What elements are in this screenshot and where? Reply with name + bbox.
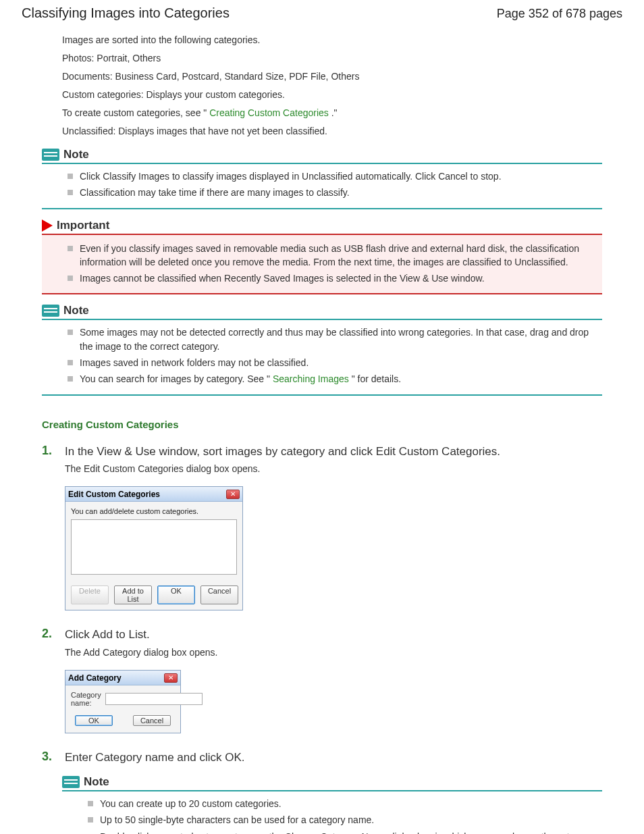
list-item: Double-click a created category to open …: [88, 830, 602, 834]
dialog-instruction: You can add/delete custom categories.: [71, 507, 237, 515]
list-item: Some images may not be detected correctl…: [68, 325, 602, 353]
page-header: Classifying Images into Categories Page …: [22, 5, 622, 21]
callout-header: Note: [42, 148, 602, 164]
step-text: Click Add to List.: [65, 627, 150, 643]
callout-title: Important: [57, 219, 109, 232]
step-1: 1. In the View & Use window, sort images…: [42, 444, 602, 615]
close-icon[interactable]: ✕: [226, 490, 240, 499]
cancel-button[interactable]: Cancel: [133, 715, 171, 726]
step-number: 2.: [42, 627, 57, 641]
step-text: Enter Category name and click OK.: [65, 750, 244, 766]
add-to-list-button[interactable]: Add to List: [114, 585, 152, 604]
cancel-button[interactable]: Cancel: [200, 585, 238, 604]
list-item: Even if you classify images saved in rem…: [68, 242, 602, 269]
dialog-title: Edit Custom Categories: [68, 490, 160, 499]
creating-custom-categories-link[interactable]: Creating Custom Categories: [209, 107, 329, 118]
step-2: 2. Click Add to List. The Add Category d…: [42, 627, 602, 737]
callout-title: Note: [63, 148, 89, 161]
step-subtext: The Edit Custom Categories dialog box op…: [65, 463, 602, 474]
step-number: 3.: [42, 750, 57, 764]
page-indicator: Page 352 of 678 pages: [497, 7, 622, 21]
dialog-title: Add Category: [68, 673, 122, 683]
category-list[interactable]: [71, 519, 237, 575]
flag-icon: [42, 219, 53, 232]
step-3: 3. Enter Category name and click OK.: [42, 750, 602, 766]
text-fragment: You can search for images by category. S…: [80, 373, 270, 384]
callout-list: Click Classify Images to classify images…: [42, 170, 602, 209]
list-item: Images cannot be classified when Recentl…: [68, 271, 602, 285]
note-callout: Note Some images may not be detected cor…: [42, 304, 602, 395]
intro-line: Custom categories: Displays your custom …: [62, 88, 622, 102]
list-item: You can create up to 20 custom categorie…: [88, 797, 602, 810]
intro-line: Documents: Business Card, Postcard, Stan…: [62, 70, 622, 84]
list-item: Classification may take time if there ar…: [68, 186, 602, 199]
add-category-dialog: Add Category ✕ Category name: OK Cancel: [65, 670, 181, 733]
page-title: Classifying Images into Categories: [22, 5, 230, 21]
list-item: Up to 50 single-byte characters can be u…: [88, 813, 602, 827]
dialog-titlebar: Add Category ✕: [65, 671, 180, 685]
text-fragment: " for details.: [352, 373, 401, 384]
step-number: 1.: [42, 444, 57, 458]
dialog-titlebar: Edit Custom Categories ✕: [65, 487, 242, 502]
searching-images-link[interactable]: Searching Images: [273, 373, 349, 384]
intro-block: Images are sorted into the following cat…: [62, 33, 622, 138]
text-fragment: To create custom categories, see ": [62, 107, 207, 118]
intro-line: Photos: Portrait, Others: [62, 51, 622, 66]
step-text: In the View & Use window, sort images by…: [65, 444, 500, 460]
note-callout: Note You can create up to 20 custom cate…: [62, 775, 602, 834]
category-name-input[interactable]: [105, 693, 203, 705]
ok-button[interactable]: OK: [157, 585, 195, 604]
important-callout: Important Even if you classify images sa…: [42, 219, 602, 295]
intro-line: Images are sorted into the following cat…: [62, 33, 622, 47]
callout-header: Note: [62, 775, 602, 791]
note-callout: Note Click Classify Images to classify i…: [42, 148, 602, 209]
list-item: Click Classify Images to classify images…: [68, 170, 602, 183]
callout-list: Some images may not be detected correctl…: [42, 325, 602, 395]
callout-header: Note: [42, 304, 602, 320]
text-fragment: .": [331, 107, 338, 118]
list-item: You can search for images by category. S…: [68, 372, 602, 386]
list-item: Images saved in network folders may not …: [68, 356, 602, 369]
callout-title: Note: [63, 304, 89, 317]
step-subtext: The Add Category dialog box opens.: [65, 647, 602, 658]
book-icon: [42, 149, 59, 161]
intro-line: To create custom categories, see " Creat…: [62, 106, 622, 120]
ok-button[interactable]: OK: [75, 715, 113, 726]
section-heading: Creating Custom Categories: [42, 419, 622, 430]
callout-title: Note: [84, 775, 109, 789]
callout-header: Important: [42, 219, 602, 235]
callout-list: Even if you classify images saved in rem…: [42, 242, 602, 295]
callout-list: You can create up to 20 custom categorie…: [62, 797, 602, 834]
book-icon: [62, 776, 80, 788]
close-icon[interactable]: ✕: [164, 673, 178, 683]
edit-custom-categories-dialog: Edit Custom Categories ✕ You can add/del…: [65, 486, 243, 610]
category-name-label: Category name:: [71, 691, 101, 707]
delete-button[interactable]: Delete: [71, 585, 109, 604]
intro-line: Unclassified: Displays images that have …: [62, 124, 622, 138]
book-icon: [42, 305, 59, 317]
